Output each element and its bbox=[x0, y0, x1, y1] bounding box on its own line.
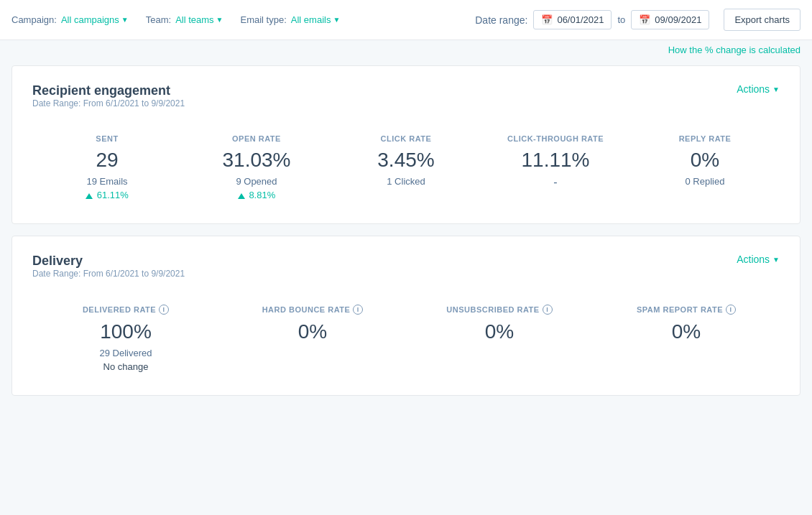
top-bar: Campaign: All campaigns ▼ Team: All team… bbox=[0, 0, 812, 40]
metric-spam-report-rate-label: SPAM REPORT RATE i bbox=[601, 305, 771, 315]
metric-hard-bounce-rate-label: HARD BOUNCE RATE i bbox=[228, 305, 397, 315]
metric-open-rate-label: OPEN RATE bbox=[190, 134, 323, 143]
date-range-group: Date range: 📅 06/01/2021 to 📅 09/09/2021… bbox=[475, 9, 801, 31]
team-chevron-icon: ▼ bbox=[216, 16, 223, 24]
campaign-filter: Campaign: All campaigns ▼ bbox=[11, 14, 129, 25]
metric-reply-rate-value: 0% bbox=[639, 149, 771, 172]
metric-unsubscribed-rate: UNSUBSCRIBED RATE i 0% bbox=[406, 299, 593, 378]
recipient-engagement-header: Recipient engagement Date Range: From 6/… bbox=[32, 83, 780, 126]
delivery-title: Delivery bbox=[32, 254, 185, 269]
metric-hard-bounce-rate: HARD BOUNCE RATE i 0% bbox=[219, 299, 406, 378]
metric-click-rate-sub: 1 Clicked bbox=[340, 176, 472, 187]
date-to-value: 09/09/2021 bbox=[655, 14, 701, 25]
metric-click-rate-value: 3.45% bbox=[340, 149, 472, 172]
metric-open-rate-sub: 9 Opened bbox=[190, 176, 323, 187]
metric-delivered-rate-sub: 29 Delivered bbox=[41, 348, 211, 358]
recipient-engagement-title: Recipient engagement bbox=[32, 83, 185, 98]
metric-open-rate-value: 31.03% bbox=[190, 149, 323, 172]
delivery-actions-button[interactable]: Actions ▼ bbox=[737, 254, 780, 265]
email-type-chevron-icon: ▼ bbox=[333, 16, 340, 24]
team-label: Team: bbox=[146, 14, 171, 25]
hard-bounce-rate-info-icon: i bbox=[353, 305, 363, 315]
campaign-label: Campaign: bbox=[11, 14, 57, 25]
metric-click-through-rate-dash: - bbox=[489, 176, 622, 189]
metric-spam-report-rate-value: 0% bbox=[601, 320, 771, 343]
recipient-engagement-actions-button[interactable]: Actions ▼ bbox=[737, 83, 780, 95]
metric-sent-label: SENT bbox=[41, 134, 173, 143]
metric-reply-rate: REPLY RATE 0% 0 Replied bbox=[630, 129, 780, 206]
date-separator: to bbox=[617, 14, 625, 25]
date-to-input[interactable]: 📅 09/09/2021 bbox=[631, 10, 709, 29]
campaign-chevron-icon: ▼ bbox=[121, 16, 129, 24]
email-type-dropdown[interactable]: All emails ▼ bbox=[291, 14, 341, 25]
recipient-engagement-metrics: SENT 29 19 Emails 61.11% OPEN RATE 31.03… bbox=[32, 129, 780, 206]
metric-reply-rate-sub: 0 Replied bbox=[639, 176, 771, 187]
delivery-header: Delivery Date Range: From 6/1/2021 to 9/… bbox=[32, 254, 780, 296]
actions-chevron-icon: ▼ bbox=[772, 85, 780, 93]
calendar-to-icon: 📅 bbox=[639, 14, 650, 25]
team-dropdown[interactable]: All teams ▼ bbox=[175, 14, 223, 25]
help-bar: How the % change is calculated bbox=[0, 40, 812, 60]
email-type-label: Email type: bbox=[241, 14, 287, 25]
date-from-value: 06/01/2021 bbox=[557, 14, 604, 25]
email-type-filter: Email type: All emails ▼ bbox=[241, 14, 341, 25]
date-from-input[interactable]: 📅 06/01/2021 bbox=[533, 10, 612, 29]
spam-report-rate-info-icon: i bbox=[726, 305, 736, 315]
metric-delivered-rate: DELIVERED RATE i 100% 29 Delivered No ch… bbox=[32, 299, 219, 378]
recipient-engagement-card: Recipient engagement Date Range: From 6/… bbox=[11, 65, 801, 224]
metric-open-rate: OPEN RATE 31.03% 9 Opened 8.81% bbox=[182, 129, 331, 206]
delivery-card: Delivery Date Range: From 6/1/2021 to 9/… bbox=[11, 236, 801, 396]
metric-reply-rate-label: REPLY RATE bbox=[639, 134, 771, 143]
delivery-date: Date Range: From 6/1/2021 to 9/9/2021 bbox=[32, 269, 185, 279]
team-filter: Team: All teams ▼ bbox=[146, 14, 223, 25]
metric-click-rate-label: CLICK RATE bbox=[340, 134, 472, 143]
metric-sent-value: 29 bbox=[41, 149, 173, 172]
calendar-from-icon: 📅 bbox=[541, 14, 553, 25]
metric-hard-bounce-rate-value: 0% bbox=[228, 320, 397, 343]
metric-sent-change: 61.11% bbox=[41, 190, 173, 200]
metric-click-through-rate: CLICK-THROUGH RATE 11.11% - bbox=[481, 129, 630, 206]
export-charts-button[interactable]: Export charts bbox=[724, 9, 801, 31]
arrow-up-icon bbox=[86, 193, 93, 199]
percent-change-help-link[interactable]: How the % change is calculated bbox=[668, 45, 801, 55]
metric-spam-report-rate: SPAM REPORT RATE i 0% bbox=[593, 299, 780, 378]
metric-delivered-rate-value: 100% bbox=[41, 320, 211, 343]
campaign-dropdown[interactable]: All campaigns ▼ bbox=[61, 14, 129, 25]
recipient-engagement-date: Date Range: From 6/1/2021 to 9/9/2021 bbox=[32, 98, 185, 108]
metric-click-rate: CLICK RATE 3.45% 1 Clicked bbox=[331, 129, 481, 206]
metric-click-through-rate-value: 11.11% bbox=[489, 149, 622, 172]
metric-sent: SENT 29 19 Emails 61.11% bbox=[32, 129, 182, 206]
metric-delivered-rate-label: DELIVERED RATE i bbox=[41, 305, 211, 315]
metric-delivered-rate-change: No change bbox=[41, 361, 211, 372]
metric-unsubscribed-rate-value: 0% bbox=[415, 320, 584, 343]
unsubscribed-rate-info-icon: i bbox=[543, 305, 553, 315]
arrow-up-icon bbox=[238, 193, 245, 199]
page-content: Recipient engagement Date Range: From 6/… bbox=[0, 60, 812, 407]
metric-sent-sub: 19 Emails bbox=[41, 176, 173, 187]
metric-unsubscribed-rate-label: UNSUBSCRIBED RATE i bbox=[415, 305, 584, 315]
delivery-metrics: DELIVERED RATE i 100% 29 Delivered No ch… bbox=[32, 299, 780, 378]
metric-click-through-rate-label: CLICK-THROUGH RATE bbox=[489, 134, 622, 143]
date-range-label: Date range: bbox=[475, 14, 527, 26]
metric-open-rate-change: 8.81% bbox=[190, 190, 323, 200]
delivery-actions-chevron-icon: ▼ bbox=[772, 256, 780, 264]
delivered-rate-info-icon: i bbox=[159, 305, 169, 315]
